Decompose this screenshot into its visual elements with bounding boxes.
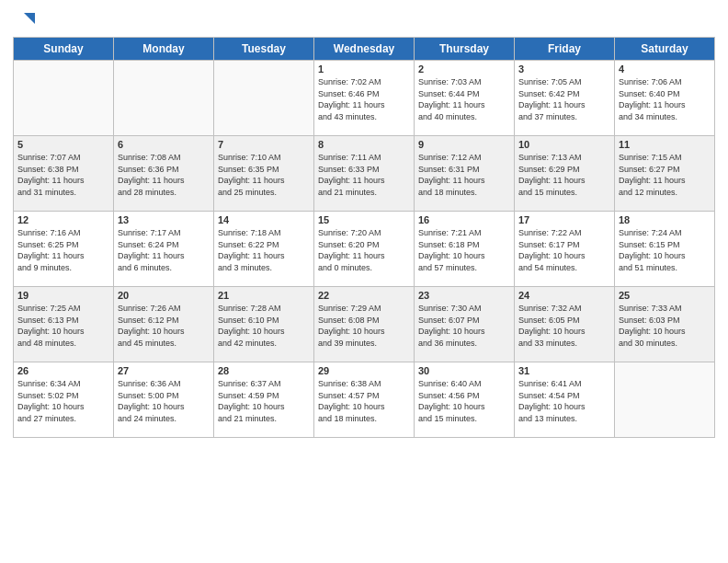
day-info: Sunrise: 7:02 AM Sunset: 6:46 PM Dayligh…: [318, 76, 410, 122]
day-number: 19: [17, 290, 109, 301]
calendar-cell: 23Sunrise: 7:30 AM Sunset: 6:07 PM Dayli…: [415, 287, 515, 362]
day-number: 2: [418, 63, 510, 75]
day-number: 31: [518, 365, 610, 376]
day-info: Sunrise: 6:34 AM Sunset: 5:02 PM Dayligh…: [17, 378, 109, 424]
day-info: Sunrise: 7:13 AM Sunset: 6:29 PM Dayligh…: [518, 152, 610, 198]
calendar-cell: 21Sunrise: 7:28 AM Sunset: 6:10 PM Dayli…: [214, 287, 314, 362]
day-number: 5: [17, 139, 109, 150]
calendar-cell: 8Sunrise: 7:11 AM Sunset: 6:33 PM Daylig…: [314, 136, 415, 212]
day-info: Sunrise: 7:28 AM Sunset: 6:10 PM Dayligh…: [218, 303, 310, 349]
day-number: 15: [318, 214, 410, 225]
day-info: Sunrise: 7:21 AM Sunset: 6:18 PM Dayligh…: [418, 227, 510, 273]
day-number: 29: [318, 365, 410, 376]
day-number: 16: [418, 214, 510, 225]
day-number: 25: [619, 290, 711, 301]
day-number: 20: [118, 290, 210, 301]
weekday-header: Thursday: [415, 38, 515, 61]
calendar-cell: 24Sunrise: 7:32 AM Sunset: 6:05 PM Dayli…: [515, 287, 615, 362]
day-number: 17: [518, 214, 610, 225]
calendar-cell: 10Sunrise: 7:13 AM Sunset: 6:29 PM Dayli…: [515, 136, 615, 212]
day-info: Sunrise: 6:37 AM Sunset: 4:59 PM Dayligh…: [218, 378, 310, 424]
calendar-cell: 15Sunrise: 7:20 AM Sunset: 6:20 PM Dayli…: [314, 212, 415, 287]
calendar-cell: 26Sunrise: 6:34 AM Sunset: 5:02 PM Dayli…: [14, 362, 114, 438]
calendar-week-row: 26Sunrise: 6:34 AM Sunset: 5:02 PM Dayli…: [14, 362, 715, 438]
day-info: Sunrise: 7:17 AM Sunset: 6:24 PM Dayligh…: [118, 227, 210, 273]
calendar-cell: 2Sunrise: 7:03 AM Sunset: 6:44 PM Daylig…: [415, 61, 515, 136]
calendar-week-row: 19Sunrise: 7:25 AM Sunset: 6:13 PM Dayli…: [14, 287, 715, 362]
day-number: 12: [17, 214, 109, 225]
day-info: Sunrise: 7:07 AM Sunset: 6:38 PM Dayligh…: [17, 152, 109, 198]
calendar-cell: 27Sunrise: 6:36 AM Sunset: 5:00 PM Dayli…: [114, 362, 214, 438]
calendar-cell: 30Sunrise: 6:40 AM Sunset: 4:56 PM Dayli…: [415, 362, 515, 438]
day-info: Sunrise: 7:24 AM Sunset: 6:15 PM Dayligh…: [619, 227, 711, 273]
day-number: 9: [418, 139, 510, 150]
weekday-header: Friday: [515, 38, 615, 61]
day-number: 14: [218, 214, 310, 225]
day-info: Sunrise: 7:33 AM Sunset: 6:03 PM Dayligh…: [619, 303, 711, 349]
calendar-cell: 7Sunrise: 7:10 AM Sunset: 6:35 PM Daylig…: [214, 136, 314, 212]
calendar-cell: 12Sunrise: 7:16 AM Sunset: 6:25 PM Dayli…: [14, 212, 114, 287]
weekday-header: Tuesday: [214, 38, 314, 61]
weekday-header: Saturday: [615, 38, 715, 61]
calendar-cell: 18Sunrise: 7:24 AM Sunset: 6:15 PM Dayli…: [615, 212, 715, 287]
calendar-table: SundayMondayTuesdayWednesdayThursdayFrid…: [13, 37, 715, 438]
calendar-week-row: 12Sunrise: 7:16 AM Sunset: 6:25 PM Dayli…: [14, 212, 715, 287]
day-info: Sunrise: 7:32 AM Sunset: 6:05 PM Dayligh…: [518, 303, 610, 349]
svg-marker-0: [24, 13, 35, 24]
calendar-cell: 25Sunrise: 7:33 AM Sunset: 6:03 PM Dayli…: [615, 287, 715, 362]
day-info: Sunrise: 7:11 AM Sunset: 6:33 PM Dayligh…: [318, 152, 410, 198]
calendar-cell: 13Sunrise: 7:17 AM Sunset: 6:24 PM Dayli…: [114, 212, 214, 287]
day-number: 26: [17, 365, 109, 376]
day-number: 8: [318, 139, 410, 150]
header: [13, 9, 715, 29]
day-number: 23: [418, 290, 510, 301]
day-number: 24: [518, 290, 610, 301]
day-info: Sunrise: 7:25 AM Sunset: 6:13 PM Dayligh…: [17, 303, 109, 349]
day-info: Sunrise: 7:06 AM Sunset: 6:40 PM Dayligh…: [619, 76, 711, 122]
day-info: Sunrise: 7:03 AM Sunset: 6:44 PM Dayligh…: [418, 76, 510, 122]
day-info: Sunrise: 7:08 AM Sunset: 6:36 PM Dayligh…: [118, 152, 210, 198]
day-info: Sunrise: 7:10 AM Sunset: 6:35 PM Dayligh…: [218, 152, 310, 198]
day-number: 6: [118, 139, 210, 150]
day-info: Sunrise: 6:38 AM Sunset: 4:57 PM Dayligh…: [318, 378, 410, 424]
day-number: 13: [118, 214, 210, 225]
calendar-cell: 31Sunrise: 6:41 AM Sunset: 4:54 PM Dayli…: [515, 362, 615, 438]
day-info: Sunrise: 7:20 AM Sunset: 6:20 PM Dayligh…: [318, 227, 410, 273]
calendar-cell: 20Sunrise: 7:26 AM Sunset: 6:12 PM Dayli…: [114, 287, 214, 362]
logo-icon: [17, 9, 37, 29]
day-number: 27: [118, 365, 210, 376]
day-number: 30: [418, 365, 510, 376]
day-info: Sunrise: 7:05 AM Sunset: 6:42 PM Dayligh…: [518, 76, 610, 122]
day-number: 21: [218, 290, 310, 301]
calendar-cell: 9Sunrise: 7:12 AM Sunset: 6:31 PM Daylig…: [415, 136, 515, 212]
day-info: Sunrise: 7:26 AM Sunset: 6:12 PM Dayligh…: [118, 303, 210, 349]
page-container: SundayMondayTuesdayWednesdayThursdayFrid…: [0, 0, 728, 447]
day-number: 7: [218, 139, 310, 150]
weekday-header: Monday: [114, 38, 214, 61]
day-info: Sunrise: 7:30 AM Sunset: 6:07 PM Dayligh…: [418, 303, 510, 349]
calendar-cell: 19Sunrise: 7:25 AM Sunset: 6:13 PM Dayli…: [14, 287, 114, 362]
calendar-cell: 5Sunrise: 7:07 AM Sunset: 6:38 PM Daylig…: [14, 136, 114, 212]
calendar-cell: 14Sunrise: 7:18 AM Sunset: 6:22 PM Dayli…: [214, 212, 314, 287]
day-number: 18: [619, 214, 711, 225]
weekday-header-row: SundayMondayTuesdayWednesdayThursdayFrid…: [14, 38, 715, 61]
calendar-cell: 17Sunrise: 7:22 AM Sunset: 6:17 PM Dayli…: [515, 212, 615, 287]
day-number: 28: [218, 365, 310, 376]
calendar-cell: 4Sunrise: 7:06 AM Sunset: 6:40 PM Daylig…: [615, 61, 715, 136]
logo: [13, 9, 37, 29]
calendar-cell: [14, 61, 114, 136]
day-info: Sunrise: 7:29 AM Sunset: 6:08 PM Dayligh…: [318, 303, 410, 349]
calendar-cell: 11Sunrise: 7:15 AM Sunset: 6:27 PM Dayli…: [615, 136, 715, 212]
calendar-cell: [615, 362, 715, 438]
weekday-header: Sunday: [14, 38, 114, 61]
calendar-cell: 6Sunrise: 7:08 AM Sunset: 6:36 PM Daylig…: [114, 136, 214, 212]
calendar-cell: [114, 61, 214, 136]
day-info: Sunrise: 6:41 AM Sunset: 4:54 PM Dayligh…: [518, 378, 610, 424]
day-number: 4: [619, 63, 711, 75]
day-info: Sunrise: 7:12 AM Sunset: 6:31 PM Dayligh…: [418, 152, 510, 198]
calendar-cell: 3Sunrise: 7:05 AM Sunset: 6:42 PM Daylig…: [515, 61, 615, 136]
calendar-cell: 28Sunrise: 6:37 AM Sunset: 4:59 PM Dayli…: [214, 362, 314, 438]
calendar-cell: 1Sunrise: 7:02 AM Sunset: 6:46 PM Daylig…: [314, 61, 415, 136]
calendar-week-row: 1Sunrise: 7:02 AM Sunset: 6:46 PM Daylig…: [14, 61, 715, 136]
calendar-cell: [214, 61, 314, 136]
